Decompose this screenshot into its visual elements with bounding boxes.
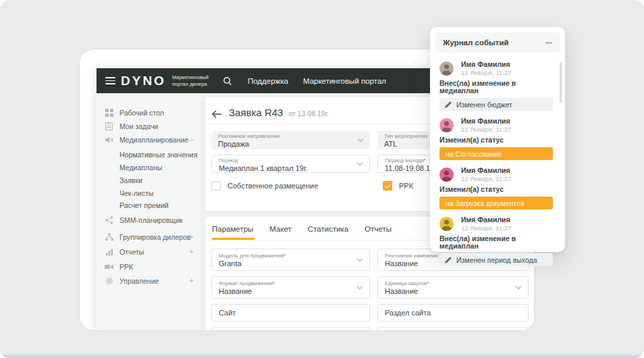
event-date: 12 Января, 11:27 [461,126,511,133]
sidebar-item-smm-planner[interactable]: SMM-планировщик [97,215,200,226]
event-log-title: Журнал событий [443,39,509,47]
purchase-unit-select[interactable]: Единица закупок* Название [377,276,529,299]
site-input[interactable]: Сайт [211,304,370,322]
chevron-down-icon [357,159,363,165]
collapse-expander[interactable]: – [190,135,194,143]
clipped-field[interactable] [211,327,370,331]
event-change-tag: Изменен период выхода [439,253,553,266]
required-mark: * [427,280,429,286]
sidebar-item-management[interactable]: Управление + [97,276,200,286]
event-log-panel: Журнал событий Имя Фамилия 12 Января, 11… [430,27,565,252]
avatar [439,168,454,182]
avatar [439,61,454,76]
direction-select[interactable]: Рекламное направление Продажа [211,131,370,149]
grid-icon [105,109,113,118]
event-log-header: Журнал событий [435,32,560,53]
page-bottom-edge [0,354,644,358]
scrollbar[interactable] [560,62,562,103]
required-mark: * [424,157,426,163]
sidebar-item-dealer-grouping[interactable]: Группировка дилеров + [97,232,200,242]
required-mark: * [284,253,286,259]
collapse-icon[interactable] [545,39,552,46]
ppk-checkbox[interactable] [383,181,392,190]
event-change-tag: Изменен бюджет [439,98,553,111]
chevron-down-icon [357,283,363,288]
page-title: Заявка R43 [229,107,283,118]
tab-layout[interactable]: Макет [269,225,292,240]
back-icon[interactable] [212,109,222,117]
logo: DYNO [121,74,166,88]
sidebar-item-mediaplanning[interactable]: Медиапланирование – [97,134,200,145]
sidebar-item-mediaplans[interactable]: Медиапланы [97,162,200,173]
sidebar-item-desktop[interactable]: Рабочий стол [97,107,200,118]
nav-marketing-portal[interactable]: Маркетинговый портал [303,77,386,85]
event-date: 12 Января, 11:27 [461,224,511,232]
request-date: от 13.08.19г. [288,107,329,118]
clipped-field[interactable] [377,327,529,331]
chevron-down-icon [358,136,363,141]
search-icon[interactable] [222,76,233,86]
event-action: Внес(ла) изменение в медиаплан [439,235,553,250]
logo-tagline: Маркетинговый портал дилера [172,74,209,88]
chevron-down-icon [516,283,521,288]
event-action: Изменил(а) статус [439,136,553,144]
avatar [439,217,454,231]
status-badge: на Загрузка документов [439,197,553,209]
share-icon [105,216,113,225]
required-mark: * [273,280,275,286]
sidebar-item-checklists[interactable]: Чек-листы [97,188,200,199]
sidebar-item-premium-calc[interactable]: Расчет премий [97,200,200,211]
chart-icon [105,248,113,257]
sitemap-icon [105,233,113,242]
nav-support[interactable]: Поддержка [248,77,288,85]
log-entry: Имя Фамилия 12 Января, 11:27 Внес(ла) из… [439,216,553,266]
period-select[interactable]: Период Медиаплан 1 квартал 19г. [211,155,370,173]
user-name: Имя Фамилия [461,61,511,68]
event-action: Внес(ла) изменение в медиаплан [439,80,553,95]
gear-icon [105,277,113,286]
own-placement-checkbox-row: Собственное размещение [211,181,370,190]
speaker-icon [105,136,113,145]
hamburger-menu-icon[interactable] [105,77,115,84]
pencil-icon [445,101,452,108]
pencil-icon [445,257,452,263]
camera-icon [105,263,113,272]
tab-parameters[interactable]: Параметры [212,225,253,240]
sidebar-item-requests[interactable]: Заявки [97,175,200,186]
sidebar: Рабочий стол Мои задачи Медиапланировани… [97,93,200,331]
sidebar-item-normative-values[interactable]: Нормативные значения [97,149,200,160]
screenshot-canvas: DYNO Маркетинговый портал дилера Поддерж… [0,0,644,358]
site-section-input[interactable]: Раздел сайта [377,304,529,322]
event-date: 12 Января, 11:27 [461,69,511,76]
log-entry: Имя Фамилия 12 Января, 11:27 Изменил(а) … [439,118,553,160]
log-entry: Имя Фамилия 12 Января, 11:27 Изменил(а) … [439,167,553,209]
sidebar-item-reports[interactable]: Отчеты + [97,247,200,257]
user-name: Имя Фамилия [461,118,511,125]
format-select[interactable]: Формат продвижения* Название [211,276,370,299]
sidebar-item-my-tasks[interactable]: Мои задачи [97,121,200,132]
model-select[interactable]: Модель для продвижения* Granta [211,249,370,271]
event-log-entries: Имя Фамилия 12 Января, 11:27 Внес(ла) из… [430,53,565,266]
event-action: Изменил(а) статус [439,186,553,193]
status-badge: на Согласование [439,147,553,160]
tab-statistics[interactable]: Статистика [308,225,348,240]
user-name: Имя Фамилия [461,167,511,174]
user-name: Имя Фамилия [461,216,511,224]
chevron-down-icon [357,255,363,261]
event-date: 12 Января, 11:27 [461,175,511,182]
sidebar-item-ppk[interactable]: РРК [97,261,200,272]
avatar [439,118,454,132]
tasks-icon [105,122,113,131]
tab-reports[interactable]: Отчеты [365,225,392,240]
log-entry: Имя Фамилия 12 Января, 11:27 Внес(ла) из… [439,61,553,111]
own-placement-checkbox[interactable] [211,181,221,190]
